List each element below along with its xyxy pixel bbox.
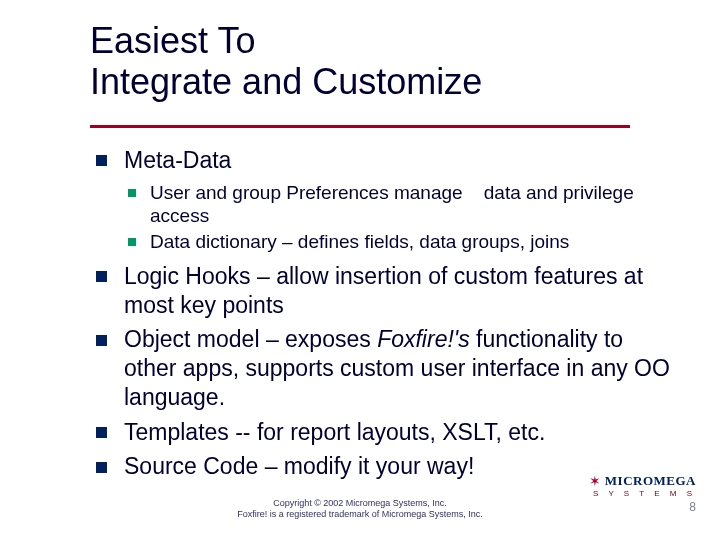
bullet-text: Source Code – modify it your way! [124,453,474,479]
trademark-text: Foxfire! is a registered trademark of Mi… [0,509,720,520]
bullet-text: Logic Hooks – allow insertion of custom … [124,263,643,318]
slide: Easiest To Integrate and Customize Meta-… [0,0,720,540]
sub-bullet-dictionary: Data dictionary – defines fields, data g… [124,230,680,254]
logo-top-text: MICROMEGA [605,473,696,488]
bullet-text: Templates -- for report layouts, XSLT, e… [124,419,545,445]
logo-bottom-text: S Y S T E M S [589,490,696,498]
bullet-templates: Templates -- for report layouts, XSLT, e… [90,418,680,447]
bullet-meta-data: Meta-Data User and group Preferences man… [90,146,680,254]
micromega-logo: ✶MICROMEGA S Y S T E M S [589,472,696,498]
bullet-object-model: Object model – exposes Foxfire!'s functi… [90,325,680,411]
bullet-logic-hooks: Logic Hooks – allow insertion of custom … [90,262,680,320]
sub-bullet-text: User and group Preferences manage data a… [150,182,634,227]
title-underline [90,125,630,128]
bullet-list: Meta-Data User and group Preferences man… [90,146,680,481]
slide-footer: Copyright © 2002 Micromega Systems, Inc.… [0,498,720,520]
title-line-1: Easiest To [90,20,255,61]
sub-bullet-preferences: User and group Preferences manage data a… [124,181,680,229]
slide-title: Easiest To Integrate and Customize [90,20,680,103]
product-name: Foxfire!'s [377,326,470,352]
sub-bullet-text: Data dictionary – defines fields, data g… [150,231,569,252]
title-line-2: Integrate and Customize [90,61,482,102]
sub-bullet-list: User and group Preferences manage data a… [124,181,680,254]
copyright-text: Copyright © 2002 Micromega Systems, Inc. [0,498,720,509]
bullet-text-pre: Object model – exposes [124,326,377,352]
logo-row: ✶MICROMEGA [589,472,696,488]
bullet-text: Meta-Data [124,147,231,173]
